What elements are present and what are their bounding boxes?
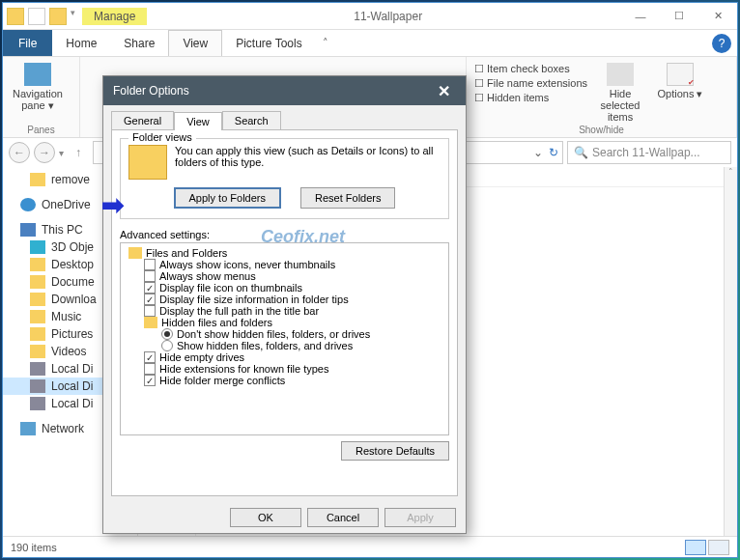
ribbon-group-label: Show/hide	[474, 125, 728, 135]
dialog-tab-general[interactable]: General	[111, 111, 174, 129]
folder-icon[interactable]	[144, 317, 157, 328]
checkbox[interactable]: ✓	[144, 282, 156, 294]
item-check-boxes-checkbox[interactable]: ☐ Item check boxes	[474, 63, 587, 75]
ribbon-group-label: Panes	[11, 125, 71, 135]
help-icon[interactable]: ?	[712, 34, 731, 53]
dialog-tab-view[interactable]: View	[174, 112, 222, 130]
recent-locations-icon[interactable]: ▾	[59, 148, 64, 158]
hide-selected-icon	[607, 63, 634, 86]
drive-icon	[30, 362, 45, 376]
folder-views-description: You can apply this view (such as Details…	[175, 145, 441, 168]
cloud-icon	[20, 198, 36, 211]
sidebar-item-label: Docume	[51, 275, 95, 289]
restore-defaults-button[interactable]: Restore Defaults	[341, 441, 449, 461]
apply-button[interactable]: Apply	[384, 508, 456, 527]
navigation-pane-icon	[24, 63, 51, 86]
sidebar-item-label: Local Di	[51, 362, 93, 376]
folder-icon	[30, 173, 45, 186]
dialog-tab-search[interactable]: Search	[222, 111, 281, 129]
checkbox[interactable]: ✓	[144, 351, 156, 363]
sidebar-item-label: Network	[42, 422, 84, 435]
radio[interactable]	[161, 340, 173, 351]
tree-node[interactable]: ✓Display file icon on thumbnails	[125, 282, 444, 294]
details-view-button[interactable]	[685, 540, 706, 555]
forward-button[interactable]: →	[34, 142, 55, 163]
contextual-tab-label: Manage	[82, 8, 147, 25]
cancel-button[interactable]: Cancel	[307, 508, 379, 527]
up-button[interactable]: ↑	[68, 142, 89, 163]
tab-picture-tools[interactable]: Picture Tools	[222, 30, 315, 56]
sidebar-item-label: OneDrive	[42, 198, 91, 211]
tree-node[interactable]: Show hidden files, folders, and drives	[125, 340, 444, 351]
folder-icon	[30, 310, 45, 323]
tree-node-label: Don't show hidden files, folders, or dri…	[177, 328, 370, 340]
sidebar-item-label: Local Di	[51, 397, 93, 410]
tree-node[interactable]: ✓Hide empty drives	[125, 351, 444, 363]
tree-node[interactable]: ✓Hide folder merge conflicts	[125, 375, 444, 386]
tree-node[interactable]: Display the full path in the title bar	[125, 305, 444, 317]
checkbox[interactable]	[144, 363, 156, 375]
checkbox[interactable]	[144, 270, 156, 282]
dialog-titlebar[interactable]: Folder Options ✕	[103, 76, 466, 105]
reset-folders-button[interactable]: Reset Folders	[300, 187, 395, 209]
options-button[interactable]: ✔ Options ▾	[653, 63, 707, 100]
tree-node[interactable]: Hide extensions for known file types	[125, 363, 444, 375]
folder-icon	[30, 258, 45, 271]
tree-node[interactable]: Don't show hidden files, folders, or dri…	[125, 328, 444, 340]
apply-to-folders-button[interactable]: Apply to Folders	[174, 187, 281, 209]
scroll-up-icon[interactable]: ˄	[725, 167, 737, 181]
checkbox[interactable]	[144, 305, 156, 317]
maximize-button[interactable]: ☐	[660, 3, 698, 30]
drive-icon	[30, 379, 45, 393]
file-name-extensions-checkbox[interactable]: ☐ File name extensions	[474, 77, 587, 90]
dialog-title: Folder Options	[113, 84, 189, 98]
status-bar: 190 items	[3, 536, 737, 557]
back-button[interactable]: ←	[9, 142, 30, 163]
navigation-pane-button[interactable]: Navigation pane ▾	[11, 63, 65, 112]
close-button[interactable]: ✕	[698, 3, 737, 30]
vertical-scrollbar[interactable]: ˄	[724, 167, 737, 536]
refresh-icon[interactable]: ↻	[549, 146, 558, 159]
tree-node[interactable]: ✓Display file size information in folder…	[125, 294, 444, 305]
minimize-ribbon-icon[interactable]: ˄	[316, 37, 335, 49]
qat-dropdown-icon[interactable]: ▾	[71, 8, 78, 25]
hidden-items-checkbox[interactable]: ☐ Hidden items	[474, 92, 587, 104]
checkbox[interactable]: ✓	[144, 294, 156, 305]
net-icon	[20, 422, 36, 435]
obj-icon	[30, 240, 45, 254]
checkbox[interactable]	[144, 259, 156, 270]
qat-icon[interactable]	[49, 8, 67, 25]
radio[interactable]	[161, 328, 173, 340]
file-tab[interactable]: File	[3, 30, 52, 56]
minimize-button[interactable]: —	[621, 3, 660, 30]
sidebar-item-label: Local Di	[51, 379, 93, 393]
tree-node-label: Hidden files and folders	[161, 317, 272, 328]
tab-view[interactable]: View	[168, 30, 222, 56]
sidebar-item-label: 3D Obje	[51, 240, 94, 254]
sidebar-item-label: Pictures	[51, 327, 93, 341]
sidebar-item-label: Downloa	[51, 293, 97, 306]
tab-share[interactable]: Share	[110, 30, 168, 56]
tab-home[interactable]: Home	[52, 30, 110, 56]
hide-selected-button[interactable]: Hide selected items	[593, 63, 647, 123]
qat-icon[interactable]	[7, 8, 24, 25]
tree-node[interactable]: Hidden files and folders	[125, 317, 444, 328]
tree-node[interactable]: Files and Folders	[125, 247, 444, 259]
advanced-settings-tree[interactable]: Files and FoldersAlways show icons, neve…	[120, 242, 449, 435]
tree-node[interactable]: Always show icons, never thumbnails	[125, 259, 444, 270]
quick-access-toolbar: ▾	[3, 6, 82, 27]
qat-icon[interactable]	[28, 8, 45, 25]
folder-views-group: Folder views You can apply this view (su…	[120, 138, 449, 219]
checkbox[interactable]: ✓	[144, 375, 156, 386]
search-icon: 🔍	[574, 146, 588, 159]
search-input[interactable]: 🔍 Search 11-Wallpap...	[567, 141, 731, 164]
sidebar-item-label: remove	[51, 173, 90, 186]
tree-node[interactable]: Always show menus	[125, 270, 444, 282]
callout-arrow-icon: ➡	[101, 189, 124, 221]
thumbnails-view-button[interactable]	[708, 540, 729, 555]
folder-icon[interactable]	[128, 247, 142, 259]
address-dropdown-icon[interactable]: ⌄	[533, 146, 543, 159]
dialog-close-button[interactable]: ✕	[432, 82, 456, 100]
tree-node-label: Display file size information in folder …	[159, 294, 349, 305]
ok-button[interactable]: OK	[230, 508, 301, 527]
